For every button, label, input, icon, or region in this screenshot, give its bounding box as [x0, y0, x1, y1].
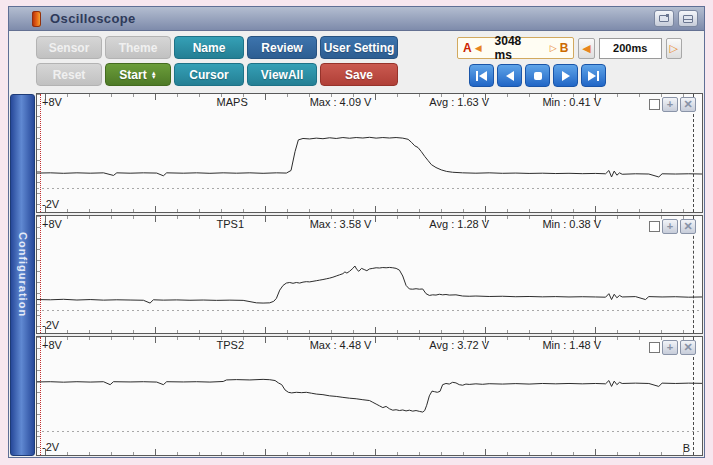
ab-range-value: 3048 ms: [485, 34, 547, 62]
skip-start-icon: [479, 71, 487, 81]
skip-to-end-button[interactable]: [581, 64, 606, 87]
max-readout: Max : 3.58 V: [310, 218, 372, 230]
right-arrow-icon: ▷: [670, 43, 678, 54]
avg-readout: Avg : 1.63 V: [429, 96, 489, 108]
min-readout: Min : 0.41 V: [542, 96, 601, 108]
zoom-in-button[interactable]: +: [662, 97, 678, 112]
zoom-in-button[interactable]: +: [662, 340, 678, 355]
tps2-waveform: [37, 337, 702, 455]
close-channel-button[interactable]: ✕: [680, 97, 696, 112]
plus-icon: +: [667, 99, 673, 110]
display-toggle-button[interactable]: [654, 10, 674, 27]
maps-waveform: [37, 94, 702, 212]
min-readout: Min : 0.38 V: [542, 218, 601, 230]
min-readout: Min : 1.48 V: [542, 339, 601, 351]
plus-icon: +: [667, 221, 673, 232]
monitor-icon: [659, 15, 669, 22]
cursor-b-label-control: B: [560, 41, 569, 55]
reset-button[interactable]: Reset: [36, 63, 102, 86]
skip-to-start-button[interactable]: [469, 64, 494, 87]
layout-icon: [683, 15, 693, 23]
channel-panel-maps: +8V MAPS Max : 4.09 V Avg : 1.63 V Min :…: [36, 93, 703, 213]
play-forward-icon: [562, 71, 570, 81]
top-scale-label: +8V: [42, 96, 62, 108]
play-reverse-icon: [506, 71, 514, 81]
toolbar: Sensor Theme Name Review User Setting Re…: [9, 31, 704, 92]
plus-icon: +: [667, 342, 673, 353]
review-button[interactable]: Review: [247, 36, 317, 59]
max-readout: Max : 4.09 V: [310, 96, 372, 108]
close-channel-button[interactable]: ✕: [680, 219, 696, 234]
cursor-b-right-icon[interactable]: ▷: [550, 44, 557, 53]
start-spinner-icon: ▲▼: [151, 71, 157, 79]
channel-panel-tps1: +8V TPS1 Max : 3.58 V Avg : 1.28 V Min :…: [36, 215, 703, 335]
skip-end-icon: [588, 71, 596, 81]
bottom-scale-label: -2V: [42, 198, 59, 210]
oscilloscope-window: Oscilloscope Sensor Theme Name Review Us…: [8, 6, 705, 458]
viewall-button[interactable]: ViewAll: [247, 63, 317, 86]
close-icon: ✕: [683, 342, 692, 353]
start-button[interactable]: Start ▲▼: [105, 63, 171, 86]
avg-readout: Avg : 1.28 V: [429, 218, 489, 230]
stop-icon: [534, 72, 542, 80]
top-scale-label: +8V: [42, 339, 62, 351]
save-button[interactable]: Save: [320, 63, 398, 86]
channel-name: TPS1: [217, 218, 245, 230]
name-button[interactable]: Name: [174, 36, 244, 59]
cursor-a-label: A: [463, 41, 472, 55]
tps1-waveform: [37, 216, 702, 334]
max-readout: Max : 4.48 V: [310, 339, 372, 351]
close-icon: ✕: [683, 99, 692, 110]
interval-value: 200ms: [599, 38, 662, 59]
cursor-a-left-icon[interactable]: ◀: [475, 44, 482, 53]
avg-readout: Avg : 3.72 V: [429, 339, 489, 351]
sensor-button[interactable]: Sensor: [36, 36, 102, 59]
close-icon: ✕: [683, 221, 692, 232]
cursor-b-marker-label: B: [683, 442, 690, 454]
stop-button[interactable]: [525, 64, 550, 87]
channel-panel-tps2: +8V TPS2 Max : 4.48 V Avg : 3.72 V Min :…: [36, 336, 703, 456]
channel-checkbox[interactable]: [649, 99, 660, 110]
configuration-tab[interactable]: Configuration: [10, 94, 35, 456]
interval-increase-button[interactable]: ▷: [666, 38, 682, 59]
layout-toggle-button[interactable]: [678, 10, 698, 27]
user-setting-button[interactable]: User Setting: [320, 36, 398, 59]
close-channel-button[interactable]: ✕: [680, 340, 696, 355]
bottom-scale-label: -2V: [42, 319, 59, 331]
theme-button[interactable]: Theme: [105, 36, 171, 59]
left-arrow-icon: ◀: [582, 43, 590, 54]
cursor-button[interactable]: Cursor: [174, 63, 244, 86]
interval-decrease-button[interactable]: ◀: [578, 38, 594, 59]
play-reverse-button[interactable]: [497, 64, 522, 87]
app-icon: [32, 11, 41, 27]
bottom-scale-label: -2V: [42, 441, 59, 453]
play-forward-button[interactable]: [553, 64, 578, 87]
title-bar: Oscilloscope: [9, 7, 704, 31]
configuration-tab-label: Configuration: [17, 232, 29, 317]
window-title: Oscilloscope: [50, 11, 136, 26]
channel-checkbox[interactable]: [649, 221, 660, 232]
channel-name: MAPS: [217, 96, 248, 108]
channel-checkbox[interactable]: [649, 342, 660, 353]
top-scale-label: +8V: [42, 218, 62, 230]
channel-name: TPS2: [217, 339, 245, 351]
zoom-in-button[interactable]: +: [662, 219, 678, 234]
ab-range-box: A ◀ 3048 ms ▷ B: [457, 37, 574, 59]
